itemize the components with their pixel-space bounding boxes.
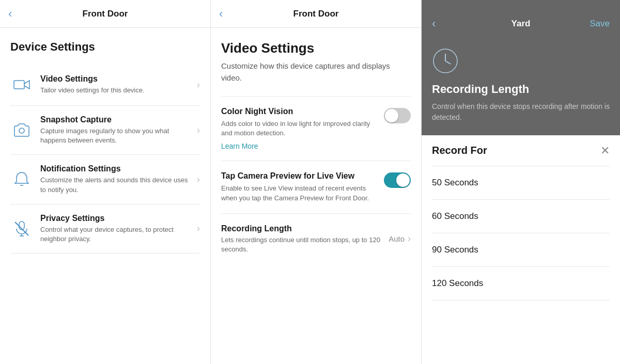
notification-settings-icon (10, 168, 33, 191)
notification-settings-chevron: › (197, 174, 200, 185)
recording-length-row[interactable]: Recording Length Lets recordings continu… (221, 213, 411, 264)
color-night-vision-toggle-wrap (384, 108, 411, 123)
recording-length-label: Recording Length (221, 224, 384, 233)
video-settings-desc: Tailor video settings for this device. (40, 86, 193, 95)
privacy-settings-label: Privacy Settings (40, 214, 193, 223)
right-header-row: ‹ Yard Save (432, 12, 610, 35)
notification-settings-text: Notification Settings Customize the aler… (40, 164, 193, 194)
snapshot-capture-desc: Capture images regularly to show you wha… (40, 126, 193, 145)
video-settings-page-desc: Customize how this device captures and d… (221, 60, 411, 84)
middle-header-title: Front Door (293, 9, 339, 19)
right-recording-title: Recording Length (432, 83, 610, 96)
middle-header: ‹ Front Door (211, 0, 421, 28)
recording-length-value: Auto (389, 234, 405, 243)
learn-more-link[interactable]: Learn More (221, 142, 376, 150)
tap-camera-preview-toggle-thumb (396, 173, 410, 187)
tap-camera-preview-row: Tap Camera Preview for Live View Enable … (221, 161, 411, 213)
mic-off-icon (13, 220, 30, 237)
svg-line-9 (445, 61, 451, 64)
svg-rect-0 (14, 81, 24, 89)
tap-camera-preview-label: Tap Camera Preview for Live View (221, 171, 376, 181)
privacy-settings-desc: Control what your device captures, to pr… (40, 225, 193, 244)
svg-point-1 (19, 128, 24, 133)
video-settings-page-title: Video Settings (221, 40, 411, 56)
menu-item-snapshot-capture[interactable]: Snapshot Capture Capture images regularl… (10, 106, 200, 155)
record-for-section: Record For ✕ 50 Seconds 60 Seconds 90 Se… (422, 135, 620, 300)
recording-length-right: Auto › (389, 233, 411, 244)
tap-camera-preview-text: Tap Camera Preview for Live View Enable … (221, 171, 384, 202)
notification-settings-label: Notification Settings (40, 164, 193, 173)
record-for-close-button[interactable]: ✕ (600, 145, 610, 156)
recording-length-chevron: › (408, 233, 411, 244)
left-header-title: Front Door (83, 9, 128, 19)
left-back-button[interactable]: ‹ (8, 8, 12, 20)
duration-label-60s: 60 Seconds (432, 211, 478, 221)
recording-length-desc: Lets recordings continue until motion st… (221, 235, 384, 254)
snapshot-capture-icon (10, 119, 33, 141)
left-header: ‹ Front Door (0, 0, 210, 28)
color-night-vision-text: Color Night Vision Adds color to video i… (221, 107, 384, 150)
menu-item-notification-settings[interactable]: Notification Settings Customize the aler… (10, 155, 200, 204)
camera-icon (13, 122, 30, 138)
color-night-vision-toggle[interactable] (384, 108, 411, 123)
bell-icon (13, 171, 30, 188)
video-icon (13, 76, 30, 93)
clock-icon (432, 48, 459, 74)
svg-line-6 (15, 222, 28, 235)
right-recording-desc: Control when this device stops recording… (432, 101, 610, 123)
middle-panel: ‹ Front Door Video Settings Customize ho… (211, 0, 422, 364)
snapshot-capture-label: Snapshot Capture (40, 115, 193, 124)
duration-label-120s: 120 Seconds (432, 278, 483, 289)
menu-item-privacy-settings[interactable]: Privacy Settings Control what your devic… (10, 204, 200, 254)
left-content: Device Settings Video Settings Tailor vi… (0, 28, 210, 364)
video-settings-icon (10, 73, 33, 96)
notification-settings-desc: Customize the alerts and sounds this dev… (40, 176, 193, 194)
right-save-button[interactable]: Save (590, 19, 610, 29)
snapshot-capture-chevron: › (197, 125, 200, 136)
right-back-button[interactable]: ‹ (432, 17, 436, 30)
duration-label-90s: 90 Seconds (432, 245, 478, 255)
privacy-settings-chevron: › (197, 223, 200, 234)
right-header-title: Yard (512, 19, 531, 29)
menu-item-video-settings[interactable]: Video Settings Tailor video settings for… (10, 64, 200, 106)
video-settings-chevron: › (197, 80, 200, 90)
recording-length-text: Recording Length Lets recordings continu… (221, 224, 384, 254)
video-settings-text: Video Settings Tailor video settings for… (40, 74, 193, 95)
color-night-vision-row: Color Night Vision Adds color to video i… (221, 96, 411, 161)
tap-camera-preview-desc: Enable to see Live View instead of recen… (221, 184, 376, 202)
right-dark-header: ‹ Yard Save Recording Length Control whe… (422, 0, 620, 135)
middle-back-button[interactable]: ‹ (219, 8, 223, 20)
privacy-settings-icon (10, 217, 33, 240)
right-panel: ‹ Yard Save Recording Length Control whe… (422, 0, 620, 364)
middle-content: Video Settings Customize how this device… (211, 28, 421, 364)
color-night-vision-toggle-thumb (385, 109, 398, 122)
record-for-title: Record For (432, 145, 487, 156)
device-settings-title: Device Settings (10, 40, 200, 54)
snapshot-capture-text: Snapshot Capture Capture images regularl… (40, 115, 193, 145)
record-for-header: Record For ✕ (432, 135, 610, 166)
duration-item-90s[interactable]: 90 Seconds (432, 233, 610, 267)
duration-item-60s[interactable]: 60 Seconds (432, 200, 610, 233)
right-clock-row (432, 43, 610, 83)
color-night-vision-desc: Adds color to video in low light for imp… (221, 119, 376, 138)
left-panel: ‹ Front Door Device Settings Video Setti… (0, 0, 211, 364)
duration-item-50s[interactable]: 50 Seconds (432, 166, 610, 200)
color-night-vision-label: Color Night Vision (221, 107, 376, 116)
video-settings-label: Video Settings (40, 74, 193, 84)
duration-label-50s: 50 Seconds (432, 178, 478, 188)
tap-camera-preview-toggle[interactable] (384, 172, 411, 188)
privacy-settings-text: Privacy Settings Control what your devic… (40, 214, 193, 244)
duration-item-120s[interactable]: 120 Seconds (432, 267, 610, 300)
tap-camera-preview-toggle-wrap (384, 172, 411, 188)
